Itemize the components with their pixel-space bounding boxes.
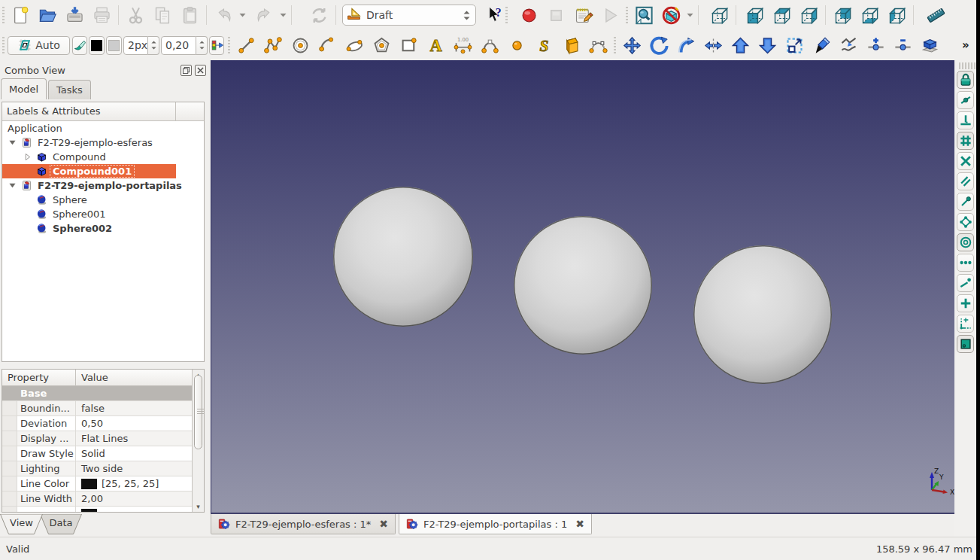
draft-move-button[interactable] (618, 33, 645, 57)
line-width-spinbox-steppers[interactable] (148, 36, 159, 55)
sphere-0[interactable] (333, 187, 473, 327)
undo-dropdown[interactable] (237, 13, 247, 17)
float-panel-button[interactable] (181, 65, 192, 76)
property-value[interactable]: Two side (76, 463, 192, 474)
draft-upgrade-button[interactable] (727, 33, 754, 57)
view-right-button[interactable] (795, 3, 822, 27)
tree-row[interactable]: F2-T29-ejemplo-esferas (2, 135, 204, 150)
cut-button[interactable] (122, 3, 149, 27)
property-row[interactable] (2, 507, 192, 513)
macro-record-button[interactable] (515, 3, 542, 27)
redo-button[interactable] (250, 3, 278, 27)
snap-lock-button[interactable] (957, 71, 974, 89)
draft-wire-to-bspline-button[interactable] (835, 33, 862, 57)
draft-edit-button[interactable] (808, 33, 835, 57)
draft-text-button[interactable]: A (422, 33, 449, 57)
draft-bspline-button[interactable] (476, 33, 503, 57)
tree-row[interactable]: Compound (2, 150, 204, 164)
sphere-1[interactable] (514, 216, 652, 355)
refresh-button[interactable] (305, 3, 332, 27)
snap-extension-button[interactable] (957, 315, 974, 333)
property-header-value[interactable]: Value (76, 370, 192, 385)
snap-intersection-button[interactable] (957, 152, 974, 170)
property-scrollbar[interactable]: ▴▾ (192, 370, 204, 512)
snap-ortho-button[interactable] (957, 294, 974, 312)
snap-near-button[interactable] (957, 254, 974, 272)
draft-rotate-button[interactable] (645, 33, 672, 57)
draft-shape2dview-button[interactable] (916, 33, 943, 57)
macro-play-button[interactable] (596, 3, 623, 27)
copy-button[interactable] (149, 3, 176, 27)
snap-grid-button[interactable] (957, 132, 974, 150)
working-plane-button[interactable]: Auto (8, 36, 70, 55)
view-front-button[interactable] (741, 3, 768, 27)
scrollbar-thumb[interactable] (194, 375, 202, 449)
property-row[interactable]: Draw StyleSolid (2, 446, 192, 461)
snap-angle-button[interactable] (957, 274, 974, 292)
whats-this-button[interactable]: ? (485, 3, 503, 27)
view-axonometric-button[interactable] (705, 3, 733, 27)
paste-button[interactable] (176, 3, 203, 27)
draw-style-dropdown[interactable] (684, 13, 695, 17)
draft-line-button[interactable] (232, 33, 259, 57)
close-panel-button[interactable] (195, 65, 206, 76)
tree-expander-icon[interactable] (23, 154, 31, 161)
workbench-selector[interactable]: Draft (342, 5, 476, 26)
scroll-down-arrow[interactable]: ▾ (193, 503, 204, 510)
toolbar-extension-chevron[interactable]: » (962, 38, 969, 52)
draft-point-button[interactable] (503, 33, 530, 57)
undo-button[interactable] (210, 3, 237, 27)
draft-wire-button[interactable] (259, 33, 287, 57)
line-width-spinbox-value[interactable]: 2px (123, 36, 148, 55)
property-row[interactable]: LightingTwo side (2, 461, 192, 476)
face-color-button[interactable] (106, 36, 122, 55)
tab-view[interactable]: View (0, 514, 43, 534)
property-header-property[interactable]: Property (2, 370, 76, 385)
property-row[interactable]: Line Color[25, 25, 25] (2, 476, 192, 492)
document-tab-esferas[interactable]: F2-T29-ejemplo-esferas : 1*✖ (211, 514, 396, 534)
open-document-button[interactable] (34, 3, 61, 27)
tab-model[interactable]: Model (1, 78, 47, 99)
snap-parallel-button[interactable] (957, 172, 974, 190)
draft-delete-point-button[interactable] (889, 33, 916, 57)
redo-dropdown[interactable] (278, 13, 288, 17)
apply-style-button[interactable] (72, 36, 87, 55)
draft-trimex-button[interactable] (699, 33, 727, 57)
view-bottom-button[interactable] (856, 3, 883, 27)
save-document-button[interactable] (61, 3, 88, 27)
draft-add-point-button[interactable] (862, 33, 889, 57)
sphere-2[interactable] (693, 245, 832, 384)
property-row[interactable]: Deviation0,50 (2, 416, 192, 431)
tree-row[interactable]: Compound001 (2, 164, 204, 178)
draw-style-button[interactable] (657, 3, 684, 27)
draft-shapestring-button[interactable]: S (530, 33, 557, 57)
property-row[interactable]: Line Width2,00 (2, 492, 192, 507)
snap-midpoint-button[interactable] (957, 91, 974, 109)
close-tab-icon[interactable]: ✖ (379, 518, 388, 530)
tree-expander-icon[interactable] (8, 139, 16, 147)
draft-downgrade-button[interactable] (754, 33, 781, 57)
draft-rectangle-button[interactable] (395, 33, 422, 57)
snap-special-button[interactable] (957, 213, 974, 231)
property-value[interactable]: Solid (76, 448, 192, 459)
draft-facebinder-button[interactable] (557, 33, 584, 57)
property-row[interactable]: Boundin...false (2, 401, 192, 416)
font-size-spinbox[interactable]: 0,20 (161, 36, 208, 55)
property-row[interactable]: Display ...Flat Lines (2, 431, 192, 446)
tree-row[interactable]: Sphere002 (2, 221, 204, 236)
draft-offset-button[interactable] (672, 33, 699, 57)
workbench-selector-spinner[interactable] (460, 11, 472, 20)
font-size-spinbox-value[interactable]: 0,20 (161, 36, 196, 55)
line-width-spinbox[interactable]: 2px (123, 36, 159, 55)
print-button[interactable] (88, 3, 115, 27)
new-document-button[interactable] (7, 3, 34, 27)
tree-row[interactable]: Sphere001 (2, 207, 204, 221)
tree-row[interactable]: F2-T29-ejemplo-portapilas (2, 178, 204, 193)
close-tab-icon[interactable]: ✖ (575, 518, 584, 530)
draft-bezcurve-button[interactable] (584, 33, 611, 57)
property-value[interactable]: Flat Lines (76, 433, 192, 444)
property-value[interactable]: false (76, 403, 192, 414)
tree-header-label[interactable]: Labels & Attributes (2, 102, 176, 120)
document-tab-portapilas[interactable]: F2-T29-ejemplo-portapilas : 1✖ (399, 514, 592, 534)
macro-edit-button[interactable] (569, 3, 596, 27)
